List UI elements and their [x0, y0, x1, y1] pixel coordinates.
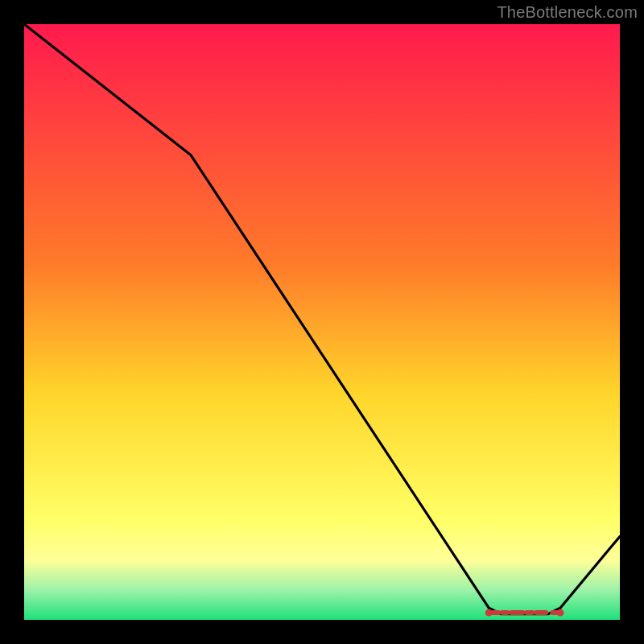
chart-stage: TheBottleneck.com [0, 0, 644, 644]
chart-svg [24, 24, 620, 620]
chart-background-gradient [24, 24, 620, 620]
optimal-range-dot-left [485, 609, 493, 617]
optimal-range-dot-right [557, 609, 564, 617]
chart-plot-area [24, 24, 620, 620]
watermark-text: TheBottleneck.com [497, 3, 638, 22]
